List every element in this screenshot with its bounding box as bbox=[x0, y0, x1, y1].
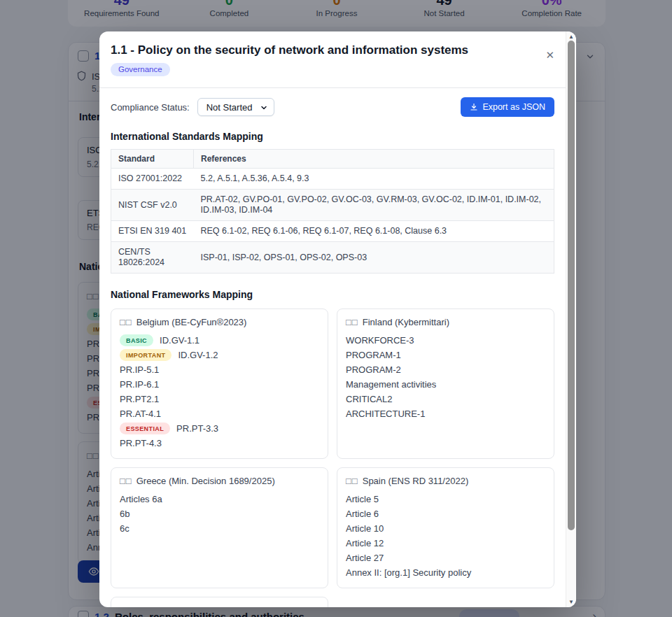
framework-item: CRITICAL2 bbox=[346, 392, 545, 406]
framework-ref: PR.PT2.1 bbox=[120, 394, 159, 404]
framework-title: □□ Spain (ENS RD 311/2022) bbox=[346, 476, 545, 486]
export-json-button[interactable]: Export as JSON bbox=[461, 97, 554, 117]
framework-country: Finland (Kybermittari) bbox=[363, 317, 449, 327]
standards-mapping-heading: International Standards Mapping bbox=[111, 131, 554, 142]
download-icon bbox=[470, 103, 478, 111]
framework-ref: Management activities bbox=[346, 379, 436, 390]
framework-ref: Article 10 bbox=[346, 523, 384, 534]
framework-card-belgium: □□ Belgium (BE-CyFun®2023) BASICID.GV-1.… bbox=[111, 308, 328, 459]
framework-ref: 6c bbox=[120, 523, 130, 534]
framework-ref: CRITICAL2 bbox=[346, 394, 392, 404]
framework-item: PROGRAM-2 bbox=[346, 362, 545, 377]
standards-table: Standard References ISO 27001:2022 5.2, … bbox=[111, 149, 554, 274]
framework-item: BASICID.GV-1.1 bbox=[120, 333, 319, 348]
framework-item: PR.PT-4.3 bbox=[120, 436, 319, 451]
framework-title: □□ France bbox=[120, 605, 319, 607]
framework-item: PROGRAM-1 bbox=[346, 348, 545, 362]
framework-title: □□ Greece (Min. Decision 1689/2025) bbox=[120, 476, 319, 486]
framework-card-france: □□ France bbox=[111, 597, 328, 607]
governance-badge: Governance bbox=[111, 63, 170, 76]
framework-ref: ARCHITECTURE-1 bbox=[346, 409, 425, 419]
framework-ref: PROGRAM-1 bbox=[346, 350, 401, 360]
framework-country: Belgium (BE-CyFun®2023) bbox=[136, 317, 247, 327]
requirement-detail-modal: 1.1 - Policy on the security of network … bbox=[99, 31, 576, 607]
framework-item: ARCHITECTURE-1 bbox=[346, 406, 545, 421]
framework-country: Greece (Min. Decision 1689/2025) bbox=[136, 476, 275, 486]
framework-item: Article 5 bbox=[346, 492, 545, 506]
france-flag-icon: □□ bbox=[120, 605, 132, 607]
framework-ref: Article 6 bbox=[346, 509, 379, 519]
spain-flag-icon: □□ bbox=[346, 476, 358, 486]
framework-ref: Article 12 bbox=[346, 538, 384, 548]
cell-standard: NIST CSF v2.0 bbox=[111, 190, 194, 221]
compliance-status-label: Compliance Status: bbox=[111, 102, 190, 113]
framework-item: PR.AT-4.1 bbox=[120, 406, 319, 421]
framework-ref: 6b bbox=[120, 509, 130, 519]
framework-title: □□ Finland (Kybermittari) bbox=[346, 317, 545, 327]
framework-ref: PR.IP-6.1 bbox=[120, 379, 159, 390]
modal-title: 1.1 - Policy on the security of network … bbox=[111, 43, 537, 57]
framework-country: France bbox=[136, 605, 164, 607]
framework-ref: Article 5 bbox=[346, 494, 379, 504]
close-icon[interactable]: ✕ bbox=[545, 50, 554, 60]
compliance-status-row: Compliance Status: Not Started Export as… bbox=[111, 97, 554, 117]
scroll-up-icon[interactable]: ▲ bbox=[566, 34, 576, 40]
framework-item: Management activities bbox=[346, 377, 545, 392]
col-header-standard: Standard bbox=[111, 150, 194, 169]
framework-item: Article 27 bbox=[346, 551, 545, 565]
cell-references: ISP-01, ISP-02, OPS-01, OPS-02, OPS-03 bbox=[194, 242, 554, 274]
frameworks-grid: □□ Belgium (BE-CyFun®2023) BASICID.GV-1.… bbox=[111, 308, 554, 607]
framework-item: Article 6 bbox=[346, 506, 545, 521]
chevron-down-icon bbox=[260, 104, 268, 112]
tier-badge-important: IMPORTANT bbox=[120, 349, 172, 361]
framework-item: Article 10 bbox=[346, 521, 545, 536]
framework-item: Article 12 bbox=[346, 536, 545, 551]
framework-ref: ID.GV-1.1 bbox=[160, 335, 200, 346]
framework-ref: PROGRAM-2 bbox=[346, 364, 401, 375]
framework-title: □□ Belgium (BE-CyFun®2023) bbox=[120, 317, 319, 327]
framework-ref: WORKFORCE-3 bbox=[346, 335, 414, 346]
tier-badge-essential: ESSENTIAL bbox=[120, 423, 170, 434]
belgium-flag-icon: □□ bbox=[120, 317, 132, 327]
col-header-references: References bbox=[194, 150, 554, 169]
table-row: NIST CSF v2.0 PR.AT-02, GV.PO-01, GV.PO-… bbox=[111, 190, 554, 221]
greece-flag-icon: □□ bbox=[120, 476, 132, 486]
framework-card-spain: □□ Spain (ENS RD 311/2022) Article 5 Art… bbox=[337, 467, 554, 588]
tier-badge-basic: BASIC bbox=[120, 334, 153, 346]
framework-item: IMPORTANTID.GV-1.2 bbox=[120, 348, 319, 362]
framework-item: 6b bbox=[120, 506, 319, 521]
table-row: ETSI EN 319 401 REQ 6.1-02, REQ 6.1-06, … bbox=[111, 221, 554, 242]
framework-ref: PR.PT-4.3 bbox=[120, 438, 162, 448]
cell-references: REQ 6.1-02, REQ 6.1-06, REQ 6.1-07, REQ … bbox=[194, 221, 554, 242]
framework-item: PR.PT2.1 bbox=[120, 392, 319, 406]
framework-ref: PR.AT-4.1 bbox=[120, 409, 161, 419]
framework-item: WORKFORCE-3 bbox=[346, 333, 545, 348]
framework-item: 6c bbox=[120, 521, 319, 536]
framework-item: ESSENTIALPR.PT-3.3 bbox=[120, 421, 319, 436]
cell-standard: CEN/TS 18026:2024 bbox=[111, 242, 194, 274]
compliance-status-value: Not Started bbox=[206, 102, 253, 113]
table-row: ISO 27001:2022 5.2, A.5.1, A.5.36, A.5.4… bbox=[111, 169, 554, 190]
framework-ref: Annex II: [org.1] Security policy bbox=[346, 567, 471, 578]
framework-country: Spain (ENS RD 311/2022) bbox=[363, 476, 469, 486]
framework-item: PR.IP-6.1 bbox=[120, 377, 319, 392]
framework-ref: PR.PT-3.3 bbox=[176, 423, 218, 434]
frameworks-mapping-heading: National Frameworks Mapping bbox=[111, 289, 554, 300]
cell-references: PR.AT-02, GV.PO-01, GV.PO-02, GV.OC-03, … bbox=[194, 190, 554, 221]
framework-item: Articles 6a bbox=[120, 492, 319, 506]
modal-scrollbar[interactable]: ▲ ▼ bbox=[566, 31, 576, 607]
export-json-label: Export as JSON bbox=[482, 102, 545, 112]
framework-item: PR.IP-5.1 bbox=[120, 362, 319, 377]
framework-ref: ID.GV-1.2 bbox=[178, 350, 218, 360]
modal-body: Compliance Status: Not Started Export as… bbox=[99, 88, 576, 607]
framework-ref: PR.IP-5.1 bbox=[120, 364, 159, 375]
scrollbar-thumb[interactable] bbox=[568, 41, 575, 530]
modal-header: 1.1 - Policy on the security of network … bbox=[99, 31, 576, 88]
framework-card-finland: □□ Finland (Kybermittari) WORKFORCE-3 PR… bbox=[337, 308, 554, 459]
cell-references: 5.2, A.5.1, A.5.36, A.5.4, 9.3 bbox=[194, 169, 554, 190]
table-row: CEN/TS 18026:2024 ISP-01, ISP-02, OPS-01… bbox=[111, 242, 554, 274]
cell-standard: ISO 27001:2022 bbox=[111, 169, 194, 190]
framework-item: Annex II: [org.1] Security policy bbox=[346, 565, 545, 580]
cell-standard: ETSI EN 319 401 bbox=[111, 221, 194, 242]
compliance-status-select[interactable]: Not Started bbox=[197, 98, 274, 116]
